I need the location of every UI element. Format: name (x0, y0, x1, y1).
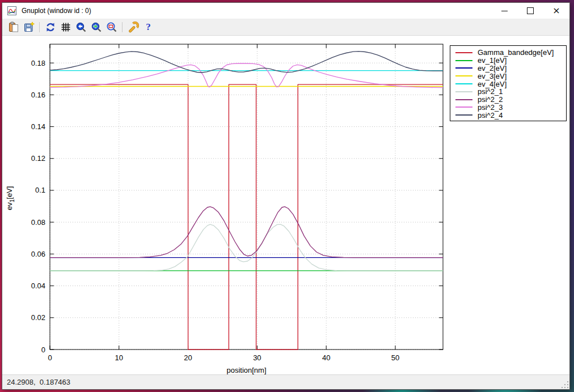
x-tick-label: 40 (322, 353, 330, 362)
replot-button[interactable] (43, 20, 57, 34)
legend-line-sample (455, 91, 472, 92)
x-tick-label: 20 (184, 353, 192, 362)
legend-row-psi2-2: psi^2_2 (450, 96, 566, 104)
toolbar-separator (122, 22, 123, 32)
legend-line-sample (455, 114, 472, 116)
resize-grip[interactable] (561, 381, 568, 388)
legend-row-psi2-3: psi^2_3 (450, 104, 566, 112)
close-icon: × (552, 6, 560, 15)
options-button[interactable] (126, 20, 140, 34)
series-psi2-4 (50, 52, 443, 73)
grid-icon (60, 22, 71, 33)
refresh-icon (45, 22, 56, 33)
legend-row-ev-4: ev_4[eV] (450, 80, 566, 88)
toolbar: ? (2, 19, 569, 36)
help-icon: ? (146, 22, 151, 33)
save-button[interactable] (22, 20, 36, 34)
save-icon (23, 22, 35, 33)
minimize-icon (501, 11, 508, 11)
zoom-previous-icon (75, 22, 87, 33)
close-button[interactable]: × (543, 3, 569, 19)
legend-row-ev-3: ev_3[eV] (450, 72, 566, 80)
y-tick-label: 0.12 (31, 154, 45, 163)
legend-line-sample (455, 60, 472, 61)
wrench-icon (128, 22, 139, 33)
y-axis-label: ev1[eV] (5, 170, 15, 227)
legend-label: psi^2_3 (478, 104, 503, 111)
copy-clipboard-button[interactable] (6, 20, 20, 34)
legend: Gamma_bandedge[eV]ev_1[eV]ev_2[eV]ev_3[e… (450, 45, 567, 121)
help-button[interactable]: ? (141, 20, 155, 34)
y-tick-label: 0.08 (31, 218, 45, 227)
zoom-region-button[interactable] (104, 20, 119, 34)
y-tick-label: 0.04 (31, 282, 45, 290)
toolbar-separator (39, 22, 40, 32)
clipboard-icon (8, 22, 19, 33)
y-tick-label: 0.1 (35, 186, 45, 194)
legend-label: ev_1[eV] (478, 57, 507, 64)
legend-row-psi2-1: psi^2_1 (450, 88, 566, 96)
x-tick-label: 0 (48, 353, 52, 362)
minimize-button[interactable] (491, 3, 517, 19)
cursor-coordinates: 24.2908, 0.187463 (7, 378, 70, 386)
legend-row-psi2-4: psi^2_4 (450, 111, 566, 119)
legend-line-sample (455, 106, 472, 108)
plot-border (50, 44, 443, 350)
legend-label: psi^2_1 (478, 88, 503, 95)
grid-button[interactable] (58, 20, 73, 34)
legend-label: psi^2_2 (478, 96, 503, 103)
maximize-icon (527, 7, 534, 14)
legend-line-sample (455, 99, 472, 100)
legend-label: ev_3[eV] (478, 73, 507, 80)
y-tick-label: 0 (41, 346, 45, 354)
x-axis-label: position[nm] (50, 366, 443, 374)
series-psi2-1 (50, 224, 443, 271)
x-tick-label: 50 (391, 353, 399, 362)
legend-label: ev_4[eV] (478, 80, 507, 88)
y-tick-label: 0.06 (31, 250, 45, 258)
title-bar[interactable]: Gnuplot (window id : 0) × (2, 3, 569, 19)
legend-line-sample (455, 67, 472, 69)
legend-label: psi^2_4 (478, 112, 503, 119)
y-tick-label: 0.18 (31, 59, 45, 67)
legend-line-sample (455, 75, 472, 76)
legend-line-sample (455, 52, 472, 53)
x-tick-label: 10 (115, 353, 123, 362)
legend-label: ev_2[eV] (478, 65, 507, 72)
legend-line-sample (455, 83, 472, 84)
legend-row-ev-1: ev_1[eV] (450, 57, 566, 65)
y-tick-label: 0.16 (31, 91, 45, 99)
desktop: { "window": { "title": "Gnuplot (window … (0, 0, 574, 392)
legend-row-ev-2: ev_2[eV] (450, 65, 566, 73)
next-zoom-button[interactable] (89, 20, 103, 34)
window-title: Gnuplot (window id : 0) (22, 7, 91, 15)
y-tick-label: 0.14 (31, 122, 45, 131)
gnuplot-app-icon (7, 6, 16, 15)
legend-label: Gamma_bandedge[eV] (478, 49, 554, 56)
previous-zoom-button[interactable] (74, 20, 88, 34)
zoom-region-icon (106, 22, 117, 33)
gnuplot-window: Gnuplot (window id : 0) × (2, 2, 570, 390)
x-tick-label: 30 (253, 353, 261, 362)
zoom-next-icon (91, 22, 102, 33)
status-bar: 24.2908, 0.187463 (2, 374, 569, 389)
maximize-button[interactable] (517, 3, 543, 19)
plot-canvas[interactable]: 0102030405000.020.040.060.080.10.120.140… (2, 36, 569, 374)
series-psi2-3 (50, 63, 443, 88)
series-psi2-2 (50, 207, 443, 258)
series-gamma-bandedge (50, 84, 443, 350)
y-tick-label: 0.02 (31, 313, 45, 322)
window-controls: × (491, 3, 569, 19)
legend-row-gamma-bandedge: Gamma_bandedge[eV] (450, 49, 566, 57)
